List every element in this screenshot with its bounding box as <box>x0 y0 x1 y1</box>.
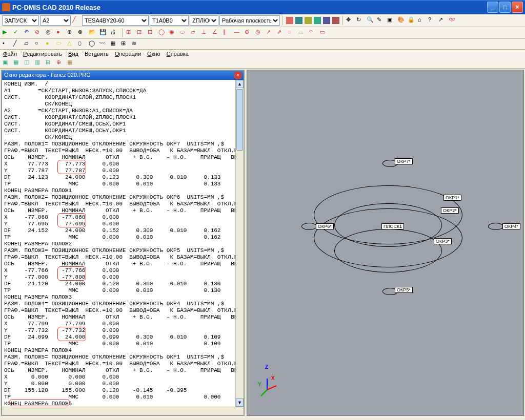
dropdown-probe[interactable]: TESA4BY20-60 <box>82 15 149 26</box>
snap2-icon[interactable]: ⊗ <box>78 29 86 37</box>
dim-fcf-icon[interactable]: ▭ <box>320 29 328 37</box>
dim2-icon[interactable]: ⊡ <box>137 29 145 37</box>
red-highlight <box>57 327 86 341</box>
menu-window[interactable]: Окно <box>147 51 160 57</box>
cube4-icon[interactable]: ▥ <box>35 59 43 67</box>
open-icon[interactable]: 📂 <box>89 29 97 37</box>
probe-icon[interactable]: ╱ <box>72 16 80 25</box>
editor-title-text: Окно редактора - flanez 020.PRG <box>4 72 91 79</box>
rotate-icon[interactable]: ↻ <box>356 16 365 25</box>
dim-perp-icon[interactable]: ⊥ <box>201 29 210 37</box>
dim-surf-icon[interactable]: ⌔ <box>309 29 317 37</box>
dim-tot-icon[interactable]: ⇗ <box>277 29 285 37</box>
menu-insert[interactable]: Вставить <box>85 51 109 57</box>
dropdown-launch[interactable]: ЗАПУСК <box>2 15 39 26</box>
torus-icon[interactable]: ◯ <box>89 40 97 48</box>
cad-ellipse-inner2 <box>334 229 442 272</box>
cube2-icon[interactable]: ▦ <box>13 59 22 67</box>
zoom-icon[interactable]: 🔍 <box>367 16 375 25</box>
dim-prof-icon[interactable]: ⌓ <box>298 29 307 37</box>
menu-help[interactable]: Справка <box>167 51 189 57</box>
cone-icon[interactable]: △ <box>67 40 75 48</box>
editor-text-area[interactable]: КОНЕЦ ИЗМ. / A1 =СК/СТАРТ,ВЫЗОВ:ЗАПУСК,С… <box>2 80 235 407</box>
label-okr3: ОКР3* <box>434 238 452 244</box>
target-icon[interactable]: ◎ <box>46 29 54 37</box>
dim-sym-icon[interactable]: ≡ <box>288 29 296 37</box>
grid3-icon[interactable] <box>305 17 312 24</box>
minimize-button[interactable]: _ <box>487 2 498 13</box>
menu-ops[interactable]: Операции <box>115 51 141 57</box>
line-icon[interactable]: ╱ <box>13 40 22 48</box>
cube-icon[interactable]: ▣ <box>387 16 395 25</box>
set-icon[interactable]: ⊞ <box>121 40 129 48</box>
dim3-icon[interactable]: ⊟ <box>148 29 156 37</box>
dim-run-icon[interactable]: ↗ <box>266 29 274 37</box>
grid2-icon[interactable] <box>295 17 302 24</box>
curve-icon[interactable]: 〰 <box>99 40 108 48</box>
grid-icon[interactable] <box>286 17 293 24</box>
record-icon[interactable]: ● <box>56 29 65 37</box>
play-icon[interactable]: ▶ <box>3 29 11 37</box>
cad-viewport[interactable]: ОКР7* ОКР1* ОКР2* ОКР3* ОКР4* ОКР5* ОКР6… <box>247 70 524 416</box>
dim-conc-icon[interactable]: ◎ <box>255 29 264 37</box>
dim-pos-icon[interactable]: ⊕ <box>245 29 253 37</box>
check-icon[interactable]: ✓ <box>13 29 22 37</box>
home-icon[interactable]: ⌂ <box>418 16 426 25</box>
back-icon[interactable]: ↶ <box>24 29 32 37</box>
dropdown-a2[interactable]: A2 <box>40 15 71 26</box>
help-icon[interactable]: ? <box>428 16 436 25</box>
move-icon[interactable]: ✥ <box>346 16 354 25</box>
extra-icon[interactable]: ▦ <box>67 59 75 67</box>
menu-edit[interactable]: Редактировать <box>23 51 62 57</box>
cube3-icon[interactable]: ◫ <box>24 59 32 67</box>
dropdown-tip[interactable]: T1A0B0 <box>150 15 189 26</box>
export-icon[interactable]: ↗ <box>438 16 447 25</box>
stop-icon[interactable]: ⊘ <box>35 29 43 37</box>
xyz-icon[interactable]: xyz <box>449 16 457 25</box>
svg-line-1 <box>267 386 276 390</box>
dim-flat-icon[interactable]: ▱ <box>191 29 199 37</box>
palette-icon[interactable]: 🎨 <box>397 16 406 25</box>
menu-view[interactable]: Вид <box>68 51 78 57</box>
dim-par-icon[interactable]: ∥ <box>223 29 231 37</box>
scroll-thumb[interactable] <box>236 89 243 151</box>
grid6-icon[interactable] <box>332 17 339 24</box>
pt-icon[interactable]: • <box>3 40 11 48</box>
dim1-icon[interactable]: ⊞ <box>126 29 134 37</box>
circle-icon[interactable]: ○ <box>35 40 43 48</box>
slot-icon[interactable]: ⬯ <box>78 40 86 48</box>
cube1-icon[interactable]: ▣ <box>3 59 11 67</box>
dim-cyl-icon[interactable]: ⬭ <box>180 29 188 37</box>
dropdown-workplane[interactable]: Рабочая плоскость <box>219 15 280 26</box>
svg-line-2 <box>261 390 267 396</box>
scroll-up-icon[interactable]: ▲ <box>236 80 244 88</box>
save-icon[interactable]: 💾 <box>99 29 108 37</box>
scroll-down-icon[interactable]: ▼ <box>236 398 244 407</box>
editor-titlebar[interactable]: Окно редактора - flanez 020.PRG × <box>2 71 244 80</box>
sphere-icon[interactable]: ● <box>46 40 54 48</box>
grid5-icon[interactable] <box>323 17 330 24</box>
lock-icon[interactable]: 🔒 <box>408 16 416 25</box>
dropdown-zplus[interactable]: ZПЛЮС <box>190 15 218 26</box>
editor-close-icon[interactable]: × <box>234 72 241 79</box>
wand-icon[interactable]: ✎ <box>377 16 385 25</box>
dim-line-icon[interactable]: — <box>234 29 242 37</box>
snap-icon[interactable]: ⊕ <box>67 29 75 37</box>
close-button[interactable]: × <box>512 2 523 13</box>
maximize-button[interactable]: □ <box>499 2 511 13</box>
red-highlight <box>57 213 86 227</box>
print-icon[interactable]: 🖨 <box>110 29 118 37</box>
hscrollbar[interactable] <box>2 407 244 415</box>
cubes-icon[interactable]: ⊞ <box>46 59 54 67</box>
scan-icon[interactable]: ≋ <box>132 40 140 48</box>
dim-circ-icon[interactable]: ◯ <box>158 29 167 37</box>
plane-icon[interactable]: ▱ <box>24 40 32 48</box>
dim-ang-icon[interactable]: ∠ <box>212 29 220 37</box>
addcube-icon[interactable]: ⊕ <box>56 59 65 67</box>
vscrollbar[interactable]: ▲ ▼ <box>235 80 244 407</box>
cyl-icon[interactable]: ⬭ <box>56 40 65 48</box>
grid4-icon[interactable] <box>314 17 321 24</box>
surf-icon[interactable]: ▦ <box>110 40 118 48</box>
menu-file[interactable]: Файл <box>3 51 17 57</box>
dim-circ2-icon[interactable]: ◉ <box>169 29 177 37</box>
